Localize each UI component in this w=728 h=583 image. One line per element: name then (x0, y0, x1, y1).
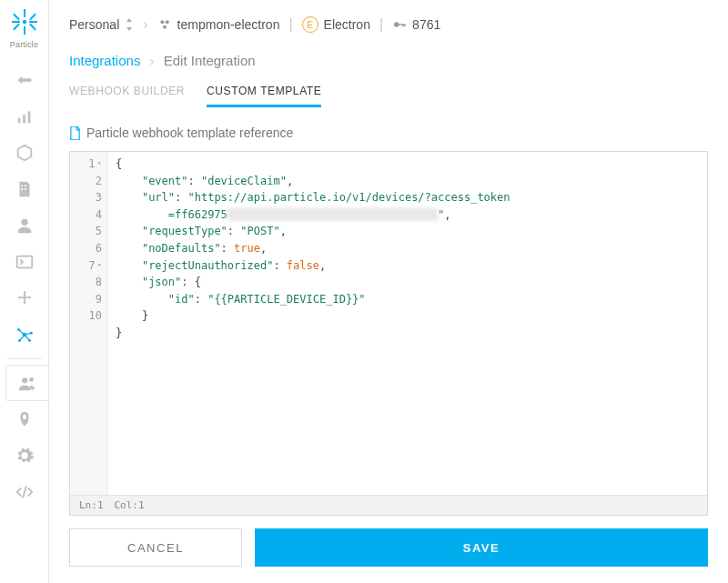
svg-rect-2 (24, 26, 25, 35)
editor-gutter: 1▾ 2 3 4 5 6 7▾ 8 9 10 (70, 152, 108, 495)
action-bar: Cancel Save (69, 528, 708, 567)
sidebar-item-code[interactable] (0, 474, 49, 510)
sidebar-item-back[interactable] (0, 62, 49, 98)
scope-selector[interactable]: Personal (69, 17, 134, 32)
svg-rect-26 (402, 24, 403, 26)
key-icon (392, 17, 407, 32)
reference-link-label: Particle webhook template reference (86, 126, 293, 140)
tabs: Webhook Builder Custom Template (69, 85, 708, 107)
svg-rect-13 (16, 256, 32, 268)
svg-rect-25 (399, 24, 405, 25)
platform-name: Electron (324, 17, 370, 32)
sidebar-item-firmware[interactable] (0, 280, 49, 317)
svg-point-22 (165, 20, 168, 24)
device-group-icon (157, 17, 172, 32)
device-name: tempmon-electron (177, 17, 280, 32)
status-col: 1 (138, 499, 145, 511)
status-ln-label: Ln: (79, 499, 97, 511)
file-icon (69, 126, 81, 140)
breadcrumb-current: Edit Integration (164, 53, 256, 68)
cancel-button[interactable]: Cancel (69, 528, 242, 567)
json-requesttype-value: POST (248, 225, 274, 237)
svg-rect-9 (17, 118, 20, 124)
sidebar: Particle (0, 0, 49, 583)
main: Personal › tempmon-electron | E Electron… (49, 0, 728, 583)
status-ln: 1 (97, 499, 104, 511)
breadcrumb: Integrations › Edit Integration (69, 53, 708, 68)
updown-icon (125, 18, 134, 31)
svg-point-12 (21, 219, 27, 226)
sidebar-item-integrations[interactable] (0, 317, 49, 353)
svg-rect-1 (24, 9, 25, 17)
svg-point-20 (29, 377, 34, 382)
tab-webhook-builder[interactable]: Webhook Builder (69, 85, 185, 107)
tab-custom-template[interactable]: Custom Template (207, 85, 321, 107)
sidebar-item-user[interactable] (0, 207, 49, 244)
svg-rect-8 (13, 24, 20, 31)
svg-rect-6 (29, 24, 36, 31)
sidebar-item-stats[interactable] (0, 98, 49, 135)
breadcrumb-sep: | (379, 16, 383, 33)
json-id-value: {{PARTICLE_DEVICE_ID}} (214, 293, 359, 306)
svg-rect-3 (12, 21, 20, 23)
reference-link[interactable]: Particle webhook template reference (69, 126, 708, 140)
json-url-prefix: https://api.particle.io/v1/devices/?acce… (195, 191, 511, 204)
svg-rect-5 (13, 14, 20, 21)
logo-icon (10, 7, 39, 36)
breadcrumb-integrations[interactable]: Integrations (69, 53, 140, 68)
svg-point-24 (394, 22, 399, 26)
sidebar-item-team[interactable] (5, 365, 49, 401)
key-crumb[interactable]: 8761 (392, 17, 440, 32)
svg-point-23 (163, 25, 167, 29)
editor-code[interactable]: { "event": "deviceClaim", "url": "https:… (108, 152, 707, 495)
sidebar-divider (7, 358, 42, 359)
platform-crumb[interactable]: E Electron (302, 16, 370, 33)
breadcrumb-sep: | (288, 16, 292, 33)
svg-rect-27 (404, 24, 405, 26)
json-rejectunauth-value: false (287, 259, 319, 272)
json-url-token-redacted: ████████████████████████████████ (228, 208, 438, 221)
svg-rect-7 (29, 14, 36, 21)
json-url-token-vis: =ff662975 (168, 208, 228, 221)
svg-point-19 (22, 377, 27, 383)
svg-point-0 (22, 20, 25, 24)
breadcrumb-sep: › (143, 16, 147, 33)
sidebar-item-settings[interactable] (0, 437, 49, 474)
status-col-label: Col: (115, 499, 139, 511)
device-crumb[interactable]: tempmon-electron (157, 17, 280, 32)
json-event-value: deviceClaim (207, 175, 279, 187)
sidebar-item-sim[interactable] (0, 171, 49, 207)
save-button[interactable]: Save (255, 528, 708, 567)
sidebar-item-box[interactable] (0, 135, 49, 171)
platform-badge: E (302, 16, 318, 33)
svg-rect-11 (27, 112, 30, 124)
key-code: 8761 (412, 17, 440, 32)
code-editor[interactable]: 1▾ 2 3 4 5 6 7▾ 8 9 10 { "event": "devic… (69, 151, 708, 516)
sidebar-item-auth[interactable] (0, 401, 49, 437)
breadcrumb-sep: › (150, 53, 155, 68)
svg-point-21 (160, 20, 164, 24)
svg-rect-10 (23, 115, 25, 123)
editor-statusbar: Ln:1 Col:1 (70, 495, 707, 515)
topbar: Personal › tempmon-electron | E Electron… (49, 0, 728, 49)
logo-label: Particle (10, 40, 38, 49)
svg-rect-4 (29, 21, 37, 23)
scope-label: Personal (69, 17, 119, 32)
sidebar-item-console[interactable] (0, 244, 49, 280)
json-nodefaults-value: true (234, 242, 260, 255)
